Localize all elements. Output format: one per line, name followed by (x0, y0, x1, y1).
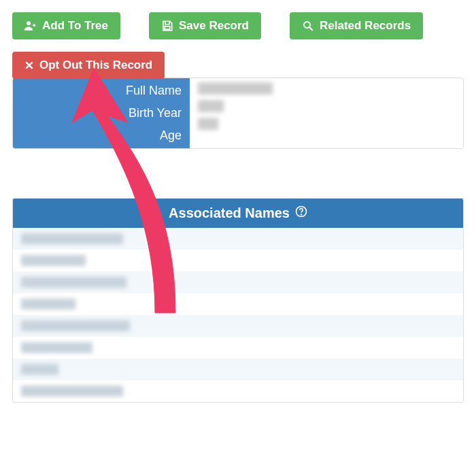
save-record-label: Save Record (179, 19, 249, 33)
toolbar-row: Add To Tree Save Record Related Records (12, 12, 464, 39)
optout-row: Opt Out This Record (12, 52, 464, 79)
associated-names-list (13, 228, 463, 402)
help-icon[interactable] (295, 205, 307, 221)
birth-year-label: Birth Year (13, 105, 182, 122)
related-records-label: Related Records (320, 19, 411, 33)
user-plus-icon (24, 20, 37, 32)
record-values-column (190, 78, 463, 148)
svg-point-0 (27, 21, 31, 25)
full-name-value (198, 82, 273, 95)
associated-name-value (21, 255, 86, 266)
list-item[interactable] (13, 358, 463, 380)
associated-name-value (21, 320, 130, 331)
associated-name-value (21, 233, 123, 244)
svg-line-3 (309, 27, 313, 31)
list-item[interactable] (13, 315, 463, 337)
add-to-tree-button[interactable]: Add To Tree (12, 12, 120, 39)
associated-names-panel: Associated Names (12, 198, 464, 403)
associated-name-value (21, 342, 92, 353)
close-icon (24, 61, 34, 70)
list-item[interactable] (13, 380, 463, 402)
associated-names-header: Associated Names (13, 199, 463, 228)
list-item[interactable] (13, 271, 463, 293)
opt-out-button[interactable]: Opt Out This Record (12, 52, 165, 79)
search-icon (302, 20, 314, 32)
age-label: Age (13, 127, 182, 144)
associated-name-value (21, 386, 123, 397)
list-item[interactable] (13, 250, 463, 271)
list-item[interactable] (13, 228, 463, 250)
add-to-tree-label: Add To Tree (42, 19, 108, 33)
save-icon (161, 20, 173, 32)
age-value (198, 118, 218, 130)
list-item[interactable] (13, 337, 463, 358)
associated-name-value (21, 277, 126, 288)
svg-point-7 (301, 214, 301, 215)
associated-name-value (21, 299, 75, 309)
save-record-button[interactable]: Save Record (149, 12, 261, 39)
record-labels-column: Full Name Birth Year Age (13, 78, 190, 148)
full-name-label: Full Name (13, 82, 182, 99)
opt-out-label: Opt Out This Record (39, 58, 152, 72)
associated-names-title: Associated Names (169, 205, 290, 221)
related-records-button[interactable]: Related Records (290, 12, 423, 39)
list-item[interactable] (13, 293, 463, 315)
svg-point-2 (304, 22, 310, 28)
associated-name-value (21, 364, 58, 375)
record-summary-card: Full Name Birth Year Age (12, 78, 464, 149)
svg-rect-1 (165, 27, 170, 30)
birth-year-value (198, 100, 224, 112)
